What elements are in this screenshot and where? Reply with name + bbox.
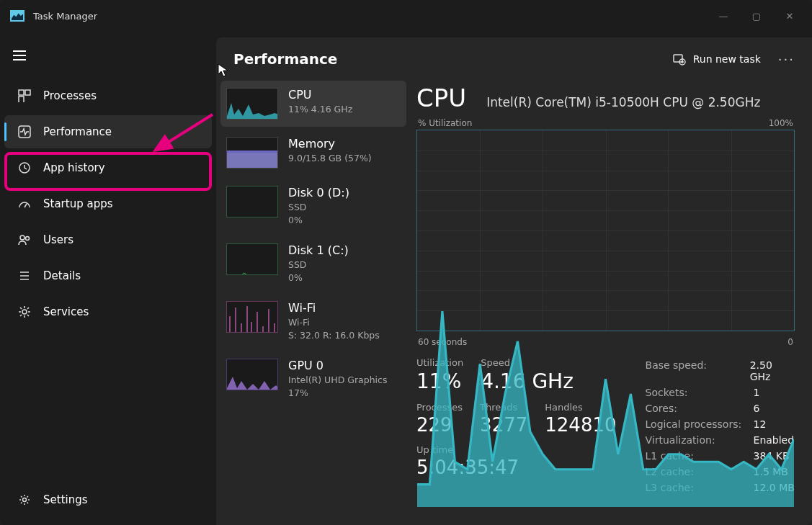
disk-thumbnail xyxy=(226,186,278,217)
svg-rect-13 xyxy=(227,151,278,169)
svg-point-8 xyxy=(23,498,27,502)
maximize-button[interactable]: ▢ xyxy=(740,4,773,27)
sidebar-item-label: Startup apps xyxy=(43,197,113,210)
perf-item-gpu0[interactable]: GPU 0 Intel(R) UHD Graphics 17% xyxy=(220,351,406,406)
close-button[interactable]: ✕ xyxy=(773,4,806,27)
perf-item-detail: Wi-Fi xyxy=(288,316,380,329)
hamburger-icon xyxy=(13,50,26,60)
chart-y-max: 100% xyxy=(769,118,793,128)
detail-title: CPU xyxy=(416,84,466,112)
perf-item-wifi[interactable]: Wi-Fi Wi-Fi S: 32.0 R: 16.0 Kbps xyxy=(220,294,406,349)
svg-marker-15 xyxy=(227,377,278,390)
svg-rect-14 xyxy=(227,151,278,153)
perf-item-detail: SSD xyxy=(288,201,349,214)
svg-point-7 xyxy=(22,310,27,314)
gpu-thumbnail xyxy=(226,359,278,390)
run-task-label: Run new task xyxy=(693,53,761,65)
gauge-icon xyxy=(17,197,32,211)
sidebar-item-label: Settings xyxy=(43,493,88,506)
run-task-icon xyxy=(673,53,686,66)
sidebar-item-label: Performance xyxy=(43,125,112,138)
sidebar-item-startup-apps[interactable]: Startup apps xyxy=(4,187,212,220)
cpu-utilization-chart xyxy=(416,130,795,331)
perf-item-cpu[interactable]: CPU 11% 4.16 GHz xyxy=(220,81,406,127)
sidebar: Processes Performance App history Startu… xyxy=(0,32,216,525)
perf-item-detail: SSD xyxy=(288,259,349,272)
wifi-thumbnail xyxy=(226,301,278,333)
sidebar-item-users[interactable]: Users xyxy=(4,223,212,256)
sidebar-item-label: Users xyxy=(43,233,73,246)
svg-rect-1 xyxy=(25,90,30,95)
perf-item-name: Disk 1 (C:) xyxy=(288,243,349,257)
svg-rect-0 xyxy=(19,90,24,95)
perf-item-detail: Intel(R) UHD Graphics xyxy=(288,374,387,387)
performance-sidebar: CPU 11% 4.16 GHz Memory 9.0/15.8 GB (57%… xyxy=(216,78,411,525)
perf-item-name: Memory xyxy=(288,137,372,151)
users-icon xyxy=(17,233,32,247)
perf-item-name: Disk 0 (D:) xyxy=(288,186,349,199)
perf-item-detail2: 17% xyxy=(288,387,387,400)
more-options-button[interactable]: ··· xyxy=(778,52,795,67)
settings-icon xyxy=(17,493,32,507)
perf-item-detail2: 0% xyxy=(288,214,349,227)
perf-item-name: Wi-Fi xyxy=(288,301,380,315)
perf-item-detail: 9.0/15.8 GB (57%) xyxy=(288,152,372,165)
chart-y-label: % Utilization xyxy=(418,118,472,128)
sidebar-item-label: Processes xyxy=(43,89,97,102)
page-title: Performance xyxy=(233,50,337,68)
sidebar-item-label: Services xyxy=(43,305,89,318)
sidebar-item-details[interactable]: Details xyxy=(4,259,212,292)
run-new-task-button[interactable]: Run new task xyxy=(673,53,761,66)
cpu-detail-panel: CPU Intel(R) Core(TM) i5-10500H CPU @ 2.… xyxy=(411,78,812,525)
sidebar-item-settings[interactable]: Settings xyxy=(4,483,212,516)
list-icon xyxy=(17,269,32,283)
sidebar-item-app-history[interactable]: App history xyxy=(4,151,212,184)
pulse-icon xyxy=(17,125,32,139)
perf-item-disk0[interactable]: Disk 0 (D:) SSD 0% xyxy=(220,179,406,233)
app-icon xyxy=(10,10,24,22)
perf-item-detail2: S: 32.0 R: 16.0 Kbps xyxy=(288,329,380,342)
sidebar-item-performance[interactable]: Performance xyxy=(4,115,212,148)
sidebar-item-label: App history xyxy=(43,161,105,174)
cpu-thumbnail xyxy=(226,88,278,120)
gear-icon xyxy=(17,305,32,319)
grid-icon xyxy=(17,89,32,103)
svg-point-6 xyxy=(26,237,30,241)
perf-item-disk1[interactable]: Disk 1 (C:) SSD 0% xyxy=(220,236,406,291)
svg-point-5 xyxy=(20,235,24,240)
disk-thumbnail xyxy=(226,243,278,275)
minimize-button[interactable]: — xyxy=(707,4,740,27)
detail-subtitle: Intel(R) Core(TM) i5-10500H CPU @ 2.50GH… xyxy=(486,95,760,109)
memory-thumbnail xyxy=(226,137,278,169)
svg-rect-10 xyxy=(674,55,682,62)
perf-item-name: CPU xyxy=(288,88,352,102)
hamburger-button[interactable] xyxy=(0,40,216,78)
perf-item-detail2: 0% xyxy=(288,272,349,284)
perf-item-detail: 11% 4.16 GHz xyxy=(288,103,352,116)
sidebar-item-label: Details xyxy=(43,269,81,282)
perf-item-name: GPU 0 xyxy=(288,359,387,372)
main-panel: Performance Run new task ··· xyxy=(216,37,812,525)
app-title: Task Manager xyxy=(33,11,97,22)
titlebar: Task Manager — ▢ ✕ xyxy=(0,0,812,32)
svg-rect-2 xyxy=(19,97,24,102)
sidebar-item-services[interactable]: Services xyxy=(4,295,212,328)
history-icon xyxy=(17,161,32,175)
svg-marker-12 xyxy=(227,103,278,120)
perf-item-memory[interactable]: Memory 9.0/15.8 GB (57%) xyxy=(220,130,406,176)
sidebar-item-processes[interactable]: Processes xyxy=(4,79,212,112)
